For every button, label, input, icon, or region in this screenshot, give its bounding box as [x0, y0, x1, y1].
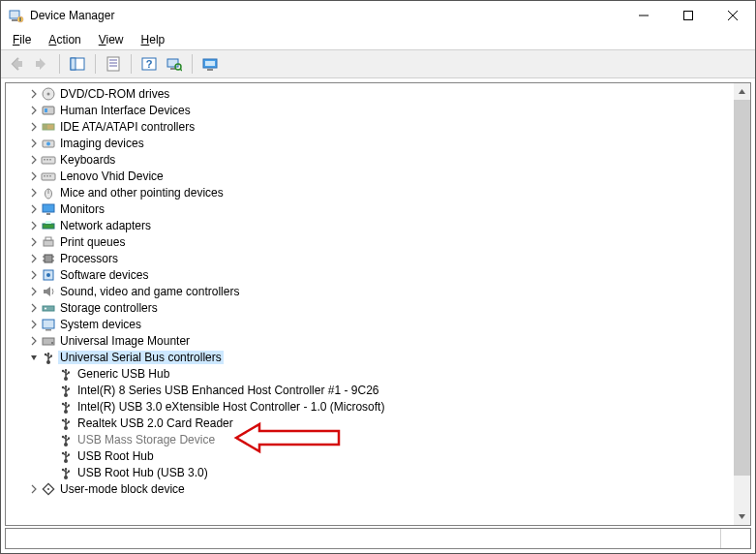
tree-node[interactable]: DVD/CD-ROM drives: [10, 85, 734, 102]
scroll-thumb[interactable]: [734, 100, 750, 476]
menu-view[interactable]: View: [93, 31, 130, 48]
svg-rect-10: [71, 58, 76, 70]
tree-node[interactable]: Intel(R) USB 3.0 eXtensible Host Control…: [10, 398, 734, 415]
help-button[interactable]: ?: [137, 53, 161, 75]
tree-node[interactable]: Universal Image Mounter: [10, 332, 734, 349]
tree-node[interactable]: Universal Serial Bus controllers: [10, 349, 734, 365]
device-tree[interactable]: DVD/CD-ROM drivesHuman Interface Devices…: [10, 85, 734, 497]
svg-rect-44: [46, 213, 50, 215]
svg-rect-47: [44, 240, 53, 246]
view-devices-button[interactable]: [198, 53, 222, 75]
svg-rect-45: [43, 224, 54, 229]
expander-closed-icon[interactable]: [27, 318, 41, 331]
maximize-button[interactable]: [666, 1, 711, 30]
tree-node[interactable]: Imaging devices: [10, 135, 734, 151]
svg-point-84: [62, 435, 64, 437]
tree-node[interactable]: Human Interface Devices: [10, 102, 734, 118]
expander-closed-icon[interactable]: [27, 268, 41, 282]
usb-icon: [58, 399, 74, 415]
console-tree-button[interactable]: [66, 53, 89, 75]
tree-node[interactable]: Mice and other pointing devices: [10, 184, 734, 200]
status-cell: [6, 529, 721, 548]
tree-node[interactable]: Storage controllers: [10, 299, 734, 316]
tree-node[interactable]: IDE ATA/ATAPI controllers: [10, 118, 734, 135]
mouse-icon: [41, 185, 56, 200]
expander-closed-icon[interactable]: [27, 202, 41, 216]
ide-icon: [41, 119, 56, 135]
expander-closed-icon[interactable]: [27, 301, 41, 315]
svg-rect-27: [45, 108, 47, 112]
svg-point-25: [47, 92, 50, 95]
svg-rect-36: [49, 159, 51, 161]
tree-node[interactable]: User-mode block device: [10, 480, 734, 497]
expander-closed-icon[interactable]: [27, 285, 41, 298]
expander-closed-icon[interactable]: [27, 235, 41, 249]
usb-icon: [41, 350, 56, 365]
expander-closed-icon[interactable]: [27, 87, 41, 101]
tree-node[interactable]: Lenovo Vhid Device: [10, 168, 734, 184]
expander-none: [45, 449, 58, 463]
expander-closed-icon[interactable]: [27, 153, 41, 167]
tree-node[interactable]: System devices: [10, 316, 734, 332]
tree-node-label: Realtek USB 2.0 Card Reader: [76, 416, 235, 430]
expander-closed-icon[interactable]: [27, 186, 41, 200]
tree-container: DVD/CD-ROM drivesHuman Interface Devices…: [5, 82, 751, 526]
tree-node-label: DVD/CD-ROM drives: [58, 87, 171, 101]
disc-icon: [41, 86, 56, 102]
scroll-track[interactable]: [734, 100, 750, 508]
expander-closed-icon[interactable]: [27, 334, 41, 348]
tree-node[interactable]: Generic USB Hub: [10, 365, 734, 382]
tree-node[interactable]: Print queues: [10, 233, 734, 250]
svg-rect-11: [107, 57, 119, 71]
tree-node[interactable]: USB Root Hub (USB 3.0): [10, 464, 734, 480]
tree-node[interactable]: Processors: [10, 250, 734, 266]
tree-node[interactable]: Sound, video and game controllers: [10, 283, 734, 299]
scroll-down-button[interactable]: [734, 508, 750, 525]
tree-node-label: IDE ATA/ATAPI controllers: [58, 120, 197, 134]
tree-node[interactable]: Keyboards: [10, 151, 734, 168]
vertical-scrollbar[interactable]: [734, 83, 750, 525]
menu-action[interactable]: Action: [43, 31, 86, 48]
tree-node[interactable]: Network adapters: [10, 217, 734, 233]
expander-closed-icon[interactable]: [27, 137, 41, 150]
svg-rect-73: [68, 387, 70, 389]
tree-node-label: USB Mass Storage Device: [76, 433, 217, 446]
tree-node[interactable]: Realtek USB 2.0 Card Reader: [10, 415, 734, 431]
app-icon: [9, 8, 24, 23]
tree-node[interactable]: Intel(R) 8 Series USB Enhanced Host Cont…: [10, 382, 734, 398]
svg-rect-93: [68, 470, 70, 472]
forward-button[interactable]: [30, 53, 53, 75]
menu-file[interactable]: File: [7, 31, 37, 48]
tree-node-label: Monitors: [58, 202, 106, 216]
scan-hardware-button[interactable]: [163, 53, 186, 75]
expander-closed-icon[interactable]: [27, 219, 41, 232]
expander-open-icon[interactable]: [27, 351, 41, 364]
back-button[interactable]: [5, 53, 28, 75]
expander-closed-icon[interactable]: [27, 482, 41, 496]
toolbar-separator: [131, 54, 132, 74]
expander-closed-icon[interactable]: [27, 252, 41, 265]
menu-help[interactable]: Help: [136, 31, 171, 48]
svg-point-95: [47, 488, 49, 490]
expander-closed-icon[interactable]: [27, 169, 41, 183]
expander-none: [45, 433, 58, 446]
tree-node[interactable]: USB Root Hub: [10, 447, 734, 464]
system-icon: [41, 317, 56, 332]
tree-node[interactable]: Software devices: [10, 266, 734, 283]
minimize-button[interactable]: [621, 1, 666, 30]
tree-node-label: Intel(R) USB 3.0 eXtensible Host Control…: [76, 400, 386, 414]
expander-closed-icon[interactable]: [27, 104, 41, 117]
svg-text:?: ?: [146, 58, 153, 70]
imaging-icon: [41, 136, 56, 151]
tree-node[interactable]: Monitors: [10, 200, 734, 217]
tree-node[interactable]: USB Mass Storage Device: [10, 431, 734, 447]
svg-rect-46: [45, 221, 51, 224]
scroll-up-button[interactable]: [734, 83, 750, 100]
properties-button[interactable]: [102, 53, 125, 75]
expander-closed-icon[interactable]: [27, 120, 41, 134]
svg-point-68: [62, 369, 64, 371]
tree-node-label: Mice and other pointing devices: [58, 186, 226, 200]
monitor-icon: [41, 201, 56, 217]
svg-rect-18: [170, 68, 175, 70]
close-button[interactable]: [711, 1, 755, 30]
